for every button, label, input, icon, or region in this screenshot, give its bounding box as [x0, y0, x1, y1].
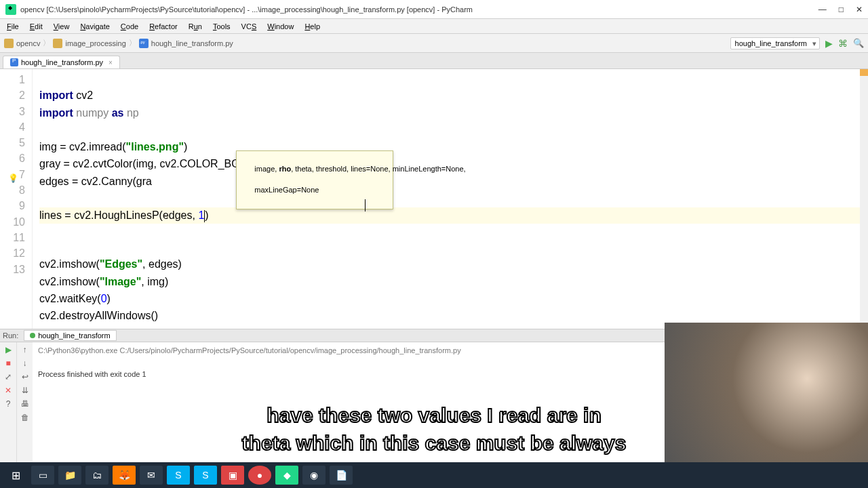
menu-refactor[interactable]: Refactor — [145, 21, 182, 32]
code-line: import numpy as np — [39, 107, 139, 119]
editor-tab-strip: hough_line_transform.py × — [0, 53, 868, 69]
stop-icon[interactable]: ■ — [5, 359, 10, 368]
run-toolbar-primary: ▶ ■ ⤢ ✕ ? — [0, 342, 16, 479]
minimize-button[interactable]: — — [818, 5, 827, 14]
menu-view[interactable]: View — [50, 21, 74, 32]
notepad-icon[interactable]: 📄 — [330, 466, 353, 485]
line-number: 12 — [0, 245, 25, 261]
menu-edit[interactable]: Edit — [26, 21, 47, 32]
code-line: cv2.imshow("Image", img) — [39, 276, 168, 287]
parameter-info-popup: image, rho, theta, threshold, lines=None… — [236, 150, 393, 209]
menu-vcs[interactable]: VCS — [237, 21, 261, 32]
webcam-overlay — [665, 323, 868, 462]
code-line: edges = cv2.Canny(gra — [39, 176, 152, 187]
line-gutter: 1 2 3 4 5 6 7 8 9 10 11 12 13 — [0, 69, 33, 329]
menu-file[interactable]: File — [3, 21, 23, 32]
start-button[interactable]: ⊞ — [4, 466, 27, 485]
pycharm-icon — [5, 4, 16, 15]
editor-tab[interactable]: hough_line_transform.py × — [3, 56, 120, 68]
editor[interactable]: 1 2 3 4 5 6 7 8 9 10 11 12 13 import cv2… — [0, 69, 868, 329]
app-icon[interactable]: ▣ — [221, 466, 244, 485]
pycharm-taskbar-icon[interactable]: ◆ — [275, 466, 298, 485]
run-status-dot-icon — [30, 333, 35, 338]
code-line: img = cv2.imread("lines.png") — [39, 141, 187, 152]
code-line: import cv2 — [39, 89, 93, 101]
run-label: Run: — [3, 331, 18, 340]
code-line: cv2.waitKey(0) — [39, 293, 111, 304]
menu-window[interactable]: Window — [263, 21, 298, 32]
line-number: 1 — [0, 72, 25, 87]
error-stripe[interactable] — [860, 69, 868, 329]
folder-icon — [4, 39, 14, 48]
title-bar: opencv [C:\Users\pinolo\PycharmProjects\… — [0, 0, 868, 19]
line-number: 11 — [0, 230, 25, 245]
print-icon[interactable]: 🖶 — [21, 399, 29, 409]
breadcrumb-folder[interactable]: image_processing — [65, 39, 125, 47]
line-number: 9 — [0, 198, 25, 214]
file-explorer-icon[interactable]: 📁 — [58, 466, 81, 485]
code-area[interactable]: import cv2 import numpy as np img = cv2.… — [33, 69, 868, 329]
close-button[interactable]: ✕ — [856, 5, 863, 14]
skype-icon[interactable]: S — [194, 466, 217, 485]
window-title: opencv [C:\Users\pinolo\PycharmProjects\… — [20, 5, 818, 14]
restore-layout-icon[interactable]: ⤢ — [5, 372, 12, 382]
intention-bulb-icon[interactable]: 💡 — [8, 171, 18, 186]
python-file-icon — [139, 39, 149, 48]
code-line-current: lines = cv2.HoughLinesP(edges, 1) — [39, 207, 868, 223]
firefox-icon[interactable]: 🦊 — [113, 466, 136, 485]
menu-help[interactable]: Help — [300, 21, 324, 32]
folder-icon[interactable]: 🗂 — [85, 466, 108, 485]
folder-icon — [53, 39, 62, 48]
mail-icon[interactable]: ✉ — [140, 466, 163, 485]
code-line: cv2.imshow("Edges", edges) — [39, 258, 182, 270]
line-number: 6 — [0, 150, 25, 166]
code-line — [39, 124, 42, 136]
record-icon[interactable]: ● — [248, 466, 271, 485]
maximize-button[interactable]: □ — [839, 5, 844, 14]
task-view-button[interactable]: ▭ — [31, 466, 54, 485]
breadcrumb-file[interactable]: hough_line_transform.py — [151, 39, 233, 47]
warning-marker[interactable] — [860, 69, 868, 76]
breadcrumb-root[interactable]: opencv — [16, 39, 40, 47]
line-number: 10 — [0, 214, 25, 230]
search-everywhere-button[interactable]: 🔍 — [853, 38, 864, 48]
line-number: 13 — [0, 262, 25, 277]
line-number: 2 — [0, 87, 25, 103]
clear-all-icon[interactable]: 🗑 — [21, 413, 29, 422]
menu-navigate[interactable]: Navigate — [76, 21, 113, 32]
menu-code[interactable]: Code — [117, 21, 142, 32]
line-number: 3 — [0, 104, 25, 119]
menu-run[interactable]: Run — [184, 21, 206, 32]
breadcrumb: opencv 〉 image_processing 〉 hough_line_t… — [4, 38, 233, 48]
run-config-selector[interactable]: hough_line_transform — [730, 37, 820, 49]
run-button[interactable]: ▶ — [825, 38, 833, 49]
chrome-icon[interactable]: ◉ — [302, 466, 326, 485]
run-toolbar-secondary: ↑ ↓ ↩ ⇊ 🖶 🗑 — [16, 342, 33, 479]
navigation-bar: opencv 〉 image_processing 〉 hough_line_t… — [0, 34, 868, 53]
up-icon[interactable]: ↑ — [23, 345, 27, 354]
scroll-to-end-icon[interactable]: ⇊ — [22, 386, 28, 395]
down-icon[interactable]: ↓ — [23, 359, 27, 368]
menu-bar: File Edit View Navigate Code Refactor Ru… — [0, 19, 868, 34]
code-line — [39, 192, 42, 204]
code-line — [39, 241, 42, 253]
python-file-icon — [10, 58, 18, 66]
windows-taskbar: ⊞ ▭ 📁 🗂 🦊 ✉ S S ▣ ● ◆ ◉ 📄 — [0, 462, 868, 488]
breadcrumb-sep: 〉 — [43, 38, 50, 48]
line-number: 4 — [0, 119, 25, 135]
skype-icon[interactable]: S — [167, 466, 190, 485]
secondary-caret — [365, 199, 366, 211]
code-line: cv2.destroyAllWindows() — [39, 310, 158, 321]
close-icon[interactable]: ✕ — [5, 386, 12, 395]
help-icon[interactable]: ? — [6, 399, 11, 409]
line-number: 5 — [0, 135, 25, 150]
rerun-icon[interactable]: ▶ — [5, 345, 12, 354]
debug-button[interactable]: ⌘ — [838, 38, 848, 49]
soft-wrap-icon[interactable]: ↩ — [22, 372, 28, 382]
breadcrumb-sep: 〉 — [129, 38, 136, 48]
tab-label: hough_line_transform.py — [21, 58, 103, 66]
close-tab-icon[interactable]: × — [108, 59, 113, 66]
menu-tools[interactable]: Tools — [209, 21, 235, 32]
